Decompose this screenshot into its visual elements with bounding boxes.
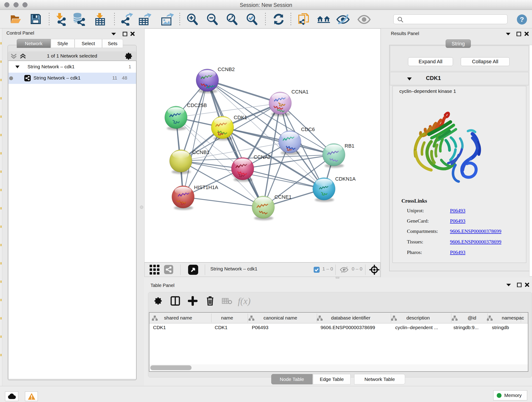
- svg-text:CDKN1A: CDKN1A: [335, 176, 356, 182]
- svg-text:CCNB1: CCNB1: [192, 149, 210, 155]
- svg-text:CCNB2: CCNB2: [218, 66, 235, 72]
- svg-text:CDK1: CDK1: [234, 115, 247, 120]
- svg-text:CDC25B: CDC25B: [187, 102, 207, 108]
- svg-text:CCNA1: CCNA1: [291, 89, 309, 95]
- svg-text:RB1: RB1: [345, 143, 355, 149]
- svg-text:?: ?: [520, 16, 524, 23]
- svg-text:CCNA2: CCNA2: [254, 154, 271, 160]
- svg-text:HIST1H1A: HIST1H1A: [194, 185, 218, 190]
- svg-text:CDC6: CDC6: [301, 127, 315, 132]
- svg-text:CCNE1: CCNE1: [274, 194, 292, 200]
